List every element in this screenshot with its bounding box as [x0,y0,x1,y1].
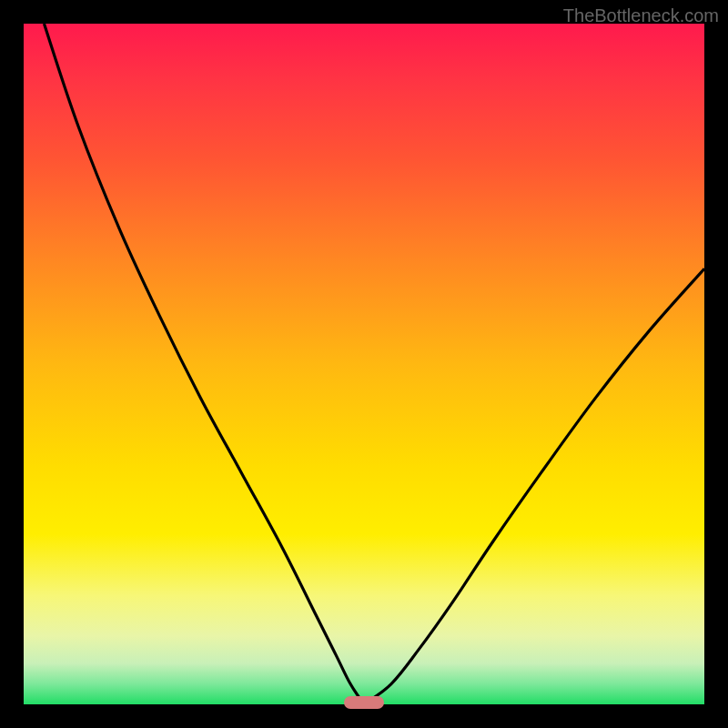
watermark-text: TheBottleneck.com [563,5,719,26]
right-curve [364,268,704,704]
curve-overlay [24,24,704,704]
left-curve [44,24,364,704]
optimal-marker [344,696,385,709]
